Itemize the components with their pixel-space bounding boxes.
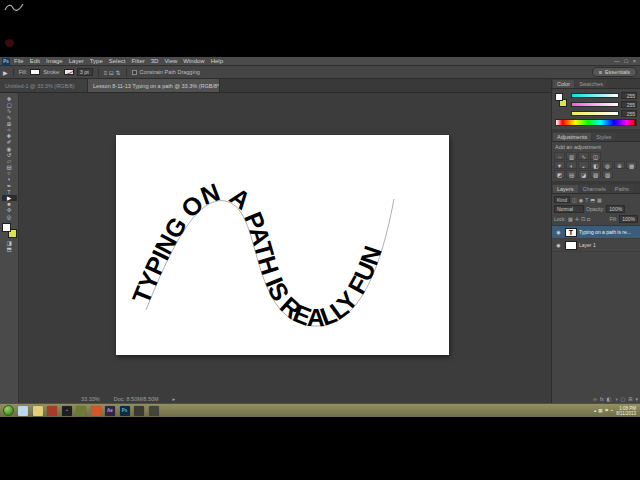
slider-value-b[interactable]: 255 <box>621 110 637 117</box>
adobe-photoshop-taskbar-icon[interactable]: Ps <box>120 406 130 416</box>
menu-edit[interactable]: Edit <box>30 57 40 65</box>
slider-value-r[interactable]: 255 <box>621 92 637 99</box>
menu-file[interactable]: File <box>14 57 24 65</box>
folder-taskbar-icon[interactable] <box>33 406 43 416</box>
menu-3d[interactable]: 3D <box>151 57 159 65</box>
document-tab-active[interactable]: Lesson 8-11-13 Typing on a path @ 33.3% … <box>88 79 220 92</box>
layers-footer-icon-4[interactable]: ▢ <box>621 396 626 402</box>
tab-layers-channels[interactable]: Channels <box>579 185 610 193</box>
visibility-eye-icon[interactable]: ◉ <box>554 229 563 235</box>
tab-color-swatches[interactable]: Swatches <box>575 80 607 88</box>
app-red-taskbar-icon[interactable] <box>47 406 57 416</box>
workspace-switcher[interactable]: ≡ Essentials <box>592 67 637 77</box>
black-white-adjustment-icon[interactable]: ◧ <box>590 161 601 169</box>
filter-icon-0[interactable]: ◫ <box>572 197 577 203</box>
layer-row[interactable]: ◉TTyping on a path is re... <box>552 226 640 239</box>
tray-icon-1[interactable]: ▦ <box>598 408 602 413</box>
app-dark-1-taskbar-icon[interactable] <box>134 406 144 416</box>
filter-icon-3[interactable]: ⬒ <box>590 197 595 203</box>
maximize-button[interactable]: □ <box>624 58 627 64</box>
tab-layers-layers[interactable]: Layers <box>553 185 578 193</box>
blend-mode-dropdown[interactable]: Normal <box>554 205 584 213</box>
document-canvas[interactable]: TYPING ON A PATH IS REALLY FUN <box>116 135 449 355</box>
filter-icon-1[interactable]: ◉ <box>579 197 583 203</box>
layers-footer-icon-6[interactable]: ▾ <box>635 396 638 402</box>
tray-icon-0[interactable]: ▴ <box>594 408 596 413</box>
app-olive-taskbar-icon[interactable] <box>76 406 86 416</box>
visibility-eye-icon[interactable]: ◉ <box>554 242 563 248</box>
color-lookup-adjustment-icon[interactable]: ▦ <box>626 161 637 169</box>
layers-footer-icon-5[interactable]: ⊞ <box>628 396 632 402</box>
lock-icon-3[interactable]: ◘ <box>587 216 590 222</box>
filter-icon-2[interactable]: T <box>585 197 588 203</box>
internet-explorer-taskbar-icon[interactable] <box>18 406 28 416</box>
menu-image[interactable]: Image <box>46 57 63 65</box>
brightness-contrast-adjustment-icon[interactable]: ☼ <box>554 152 565 160</box>
layer-filter-kind-dropdown[interactable]: Kind <box>554 196 570 203</box>
curves-adjustment-icon[interactable]: ∿ <box>578 152 589 160</box>
zoom-level[interactable]: 33.33% <box>81 396 100 402</box>
zoom-tool[interactable]: ◎ <box>2 214 17 220</box>
lock-icon-1[interactable]: ✛ <box>575 216 579 222</box>
channel-mixer-adjustment-icon[interactable]: ⊕ <box>614 161 625 169</box>
color-spectrum-ramp[interactable] <box>555 119 637 126</box>
slider-value-g[interactable]: 255 <box>621 101 637 108</box>
menu-filter[interactable]: Filter <box>131 57 144 65</box>
document-tab-inactive[interactable]: Untitled-1 @ 33.3% (RGB/8) <box>0 79 88 92</box>
layer-row[interactable]: ◉Layer 1 <box>552 239 640 252</box>
tab-color-color[interactable]: Color <box>553 80 574 88</box>
foreground-color-swatch[interactable] <box>2 223 11 232</box>
tray-icon-2[interactable]: ⚑ <box>605 408 609 413</box>
app-orange-taskbar-icon[interactable] <box>91 406 101 416</box>
stroke-width-field[interactable]: 3 pt <box>77 68 93 76</box>
photo-filter-adjustment-icon[interactable]: ◍ <box>602 161 613 169</box>
fill-swatch[interactable] <box>30 69 40 75</box>
path-text[interactable]: TYPING ON A PATH IS REALLY FUN <box>126 178 386 332</box>
menu-help[interactable]: Help <box>211 57 223 65</box>
tab-layers-paths[interactable]: Paths <box>611 185 633 193</box>
fill-field[interactable]: 100% <box>619 215 638 223</box>
slider-track-g[interactable] <box>571 102 619 107</box>
gradient-map-adjustment-icon[interactable]: ▧ <box>602 170 613 178</box>
menu-layer[interactable]: Layer <box>69 57 84 65</box>
start-button[interactable] <box>3 405 14 416</box>
layers-footer-icon-0[interactable]: ∞ <box>593 396 597 402</box>
hue-saturation-adjustment-icon[interactable]: ◐ <box>566 161 577 169</box>
slider-track-r[interactable] <box>571 93 619 98</box>
menu-view[interactable]: View <box>164 57 177 65</box>
slider-track-b[interactable] <box>571 111 619 116</box>
levels-adjustment-icon[interactable]: ▥ <box>566 152 577 160</box>
threshold-adjustment-icon[interactable]: ◪ <box>578 170 589 178</box>
filter-icon-4[interactable]: ▦ <box>597 197 602 203</box>
opacity-field[interactable]: 100% <box>606 205 625 213</box>
close-button[interactable]: × <box>633 58 636 64</box>
minimize-button[interactable]: — <box>614 58 620 64</box>
exposure-adjustment-icon[interactable]: ◫ <box>590 152 601 160</box>
layers-footer-icon-2[interactable]: ◧ <box>607 396 612 402</box>
menu-select[interactable]: Select <box>109 57 126 65</box>
lock-icon-0[interactable]: ▩ <box>568 216 573 222</box>
color-balance-adjustment-icon[interactable]: ◒ <box>578 161 589 169</box>
selective-color-adjustment-icon[interactable]: ▨ <box>590 170 601 178</box>
path-operation-icons[interactable]: ≡ ⊡ ⇅ <box>104 69 121 76</box>
layers-footer-icon-3[interactable]: ◑ <box>615 396 618 402</box>
lock-icon-2[interactable]: ⊡ <box>581 216 585 222</box>
tab-adjustments-styles[interactable]: Styles <box>592 133 615 141</box>
tray-icon-3[interactable]: ◓ <box>611 408 614 413</box>
menu-window[interactable]: Window <box>183 57 204 65</box>
tab-adjustments-adjustments[interactable]: Adjustments <box>553 133 591 141</box>
constrain-checkbox[interactable] <box>132 70 137 75</box>
stroke-swatch[interactable] <box>64 69 74 75</box>
screen-mode-button[interactable]: ⬒ <box>2 246 17 252</box>
posterize-adjustment-icon[interactable]: ▤ <box>566 170 577 178</box>
taskbar-clock[interactable]: 1:08 PM 8/11/2013 <box>616 406 637 416</box>
invert-adjustment-icon[interactable]: ◩ <box>554 170 565 178</box>
app-dark-2-taskbar-icon[interactable] <box>149 406 159 416</box>
layers-footer-icon-1[interactable]: fx <box>600 396 604 402</box>
menu-type[interactable]: Type <box>90 57 103 65</box>
vibrance-adjustment-icon[interactable]: ▼ <box>554 161 565 169</box>
adobe-after-effects-taskbar-icon[interactable]: Ae <box>105 406 115 416</box>
status-arrow-icon[interactable]: ▸ <box>173 396 176 402</box>
foreground-color-swatch[interactable] <box>555 93 563 101</box>
app-black-circle-taskbar-icon[interactable]: ◔ <box>62 406 72 416</box>
